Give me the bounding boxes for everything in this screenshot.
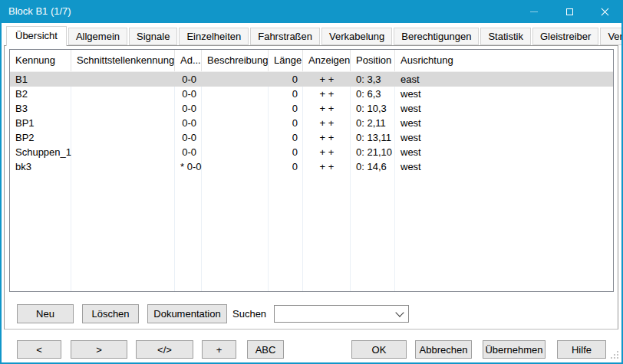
tab-fahrstrassen[interactable]: Fahrstraßen — [250, 28, 320, 45]
cell-ad: 0-0 — [175, 101, 202, 116]
apply-button[interactable]: Übernehmen — [483, 340, 546, 359]
close-button[interactable] — [587, 0, 622, 23]
window-title: Block B1 (1/7) — [8, 0, 71, 23]
code-button[interactable]: </> — [136, 340, 193, 359]
cell-beschreibung — [202, 72, 269, 87]
cell-schnittstellenkennung — [71, 116, 175, 130]
close-icon — [600, 7, 610, 17]
cell-laenge: 0 — [269, 159, 303, 174]
search-input[interactable] — [275, 306, 391, 322]
cell-schnittstellenkennung — [71, 159, 175, 174]
table-row-b2[interactable]: B20-00+ +0: 6,3west — [10, 87, 613, 101]
cell-position: 0: 2,11 — [351, 116, 395, 130]
cell-kennung: Schuppen_1 — [10, 145, 71, 159]
abc-button[interactable]: ABC — [247, 340, 284, 359]
tab-gleistreiber[interactable]: Gleistreiber — [532, 28, 598, 45]
column-header-anzeigen[interactable]: Anzeigen — [303, 50, 351, 71]
cell-laenge: 0 — [269, 101, 303, 116]
table-header: KennungSchnittstellenkennungAd...Beschre… — [10, 50, 613, 72]
delete-button[interactable]: Löschen — [82, 304, 139, 323]
cell-kennung: B1 — [10, 72, 71, 87]
cell-position: 0: 14,6 — [351, 159, 395, 174]
column-header-ad[interactable]: Ad... — [175, 50, 202, 71]
tab-verfolgung[interactable]: Verfolgung — [600, 28, 623, 45]
maximize-button[interactable] — [552, 0, 587, 23]
cell-ad: 0-0 — [175, 116, 202, 130]
cell-position: 0: 21,10 — [351, 145, 395, 159]
table-row-bp2[interactable]: BP20-00+ +0: 13,11west — [10, 130, 613, 145]
cell-laenge: 0 — [269, 116, 303, 130]
cell-beschreibung — [202, 116, 269, 130]
column-header-beschreibung[interactable]: Beschreibung — [202, 50, 269, 71]
search-dropdown-button[interactable] — [391, 306, 408, 322]
cell-position: 0: 3,3 — [351, 72, 395, 87]
cell-ad: 0-0 — [175, 130, 202, 145]
plus-button[interactable]: + — [202, 340, 236, 359]
table-row-schuppen-1[interactable]: Schuppen_10-00+ +0: 21,10west — [10, 145, 613, 159]
maximize-icon — [566, 8, 573, 15]
tab-berechtigungen[interactable]: Berechtigungen — [394, 28, 479, 45]
column-header-ausrichtung[interactable]: Ausrichtung — [395, 50, 613, 71]
minimize-icon — [530, 11, 538, 12]
cell-beschreibung — [202, 130, 269, 145]
cell-ausrichtung: east — [395, 72, 613, 87]
cell-anzeigen: + + — [303, 101, 351, 116]
cell-position: 0: 13,11 — [351, 130, 395, 145]
table-row-b1[interactable]: B10-00+ +0: 3,3east — [10, 72, 613, 87]
cell-schnittstellenkennung — [71, 145, 175, 159]
table-row-b3[interactable]: B30-00+ +0: 10,3west — [10, 101, 613, 116]
tab-verkabelung[interactable]: Verkabelung — [321, 28, 392, 45]
table-body: B10-00+ +0: 3,3eastB20-00+ +0: 6,3westB3… — [10, 72, 613, 291]
table-row-bp1[interactable]: BP10-00+ +0: 2,11west — [10, 116, 613, 130]
cell-anzeigen: + + — [303, 130, 351, 145]
cell-kennung: BP2 — [10, 130, 71, 145]
cell-schnittstellenkennung — [71, 87, 175, 101]
cell-schnittstellenkennung — [71, 101, 175, 116]
cell-kennung: BP1 — [10, 116, 71, 130]
cell-ausrichtung: west — [395, 130, 613, 145]
tab-uebersicht[interactable]: Übersicht — [6, 26, 67, 46]
tab-allgemein[interactable]: Allgemein — [68, 28, 127, 45]
help-button[interactable]: Hilfe — [557, 340, 606, 359]
tab-signale[interactable]: Signale — [129, 28, 177, 45]
table-row-bk3[interactable]: bk3* 0-00+ +0: 14,6west — [10, 159, 613, 174]
resize-grip[interactable] — [611, 351, 620, 360]
cell-beschreibung — [202, 145, 269, 159]
cancel-button[interactable]: Abbrechen — [415, 340, 472, 359]
footer-button-row: <></>+ABCOKAbbrechenÜbernehmenHilfe — [0, 340, 623, 359]
cell-ad: 0-0 — [175, 72, 202, 87]
search-label: Suchen — [232, 304, 266, 323]
cell-ausrichtung: west — [395, 116, 613, 130]
cell-anzeigen: + + — [303, 159, 351, 174]
cell-anzeigen: + + — [303, 145, 351, 159]
cell-anzeigen: + + — [303, 87, 351, 101]
cell-ad: 0-0 — [175, 87, 202, 101]
tab-statistik[interactable]: Statistik — [480, 28, 531, 45]
cell-ausrichtung: west — [395, 145, 613, 159]
column-header-laenge[interactable]: Länge — [269, 50, 303, 71]
cell-position: 0: 6,3 — [351, 87, 395, 101]
cell-beschreibung — [202, 159, 269, 174]
cell-kennung: bk3 — [10, 159, 71, 174]
cell-kennung: B3 — [10, 101, 71, 116]
new-button[interactable]: Neu — [17, 304, 74, 323]
ok-button[interactable]: OK — [351, 340, 407, 359]
tab-einzelheiten[interactable]: Einzelheiten — [179, 28, 249, 45]
cell-anzeigen: + + — [303, 72, 351, 87]
column-header-position[interactable]: Position — [351, 50, 395, 71]
cell-ausrichtung: west — [395, 101, 613, 116]
next-button[interactable]: > — [71, 340, 127, 359]
documentation-button[interactable]: Dokumentation — [147, 304, 227, 323]
cell-ad: * 0-0 — [175, 159, 202, 174]
cell-ad: 0-0 — [175, 145, 202, 159]
cell-ausrichtung: west — [395, 159, 613, 174]
cell-schnittstellenkennung — [71, 72, 175, 87]
minimize-button[interactable] — [516, 0, 552, 23]
column-header-schnittstellenkennung[interactable]: Schnittstellenkennung — [71, 50, 175, 71]
cell-position: 0: 10,3 — [351, 101, 395, 116]
column-header-kennung[interactable]: Kennung — [10, 50, 71, 71]
chevron-down-icon — [395, 308, 404, 316]
prev-button[interactable]: < — [17, 340, 61, 359]
cell-laenge: 0 — [269, 87, 303, 101]
cell-schnittstellenkennung — [71, 130, 175, 145]
